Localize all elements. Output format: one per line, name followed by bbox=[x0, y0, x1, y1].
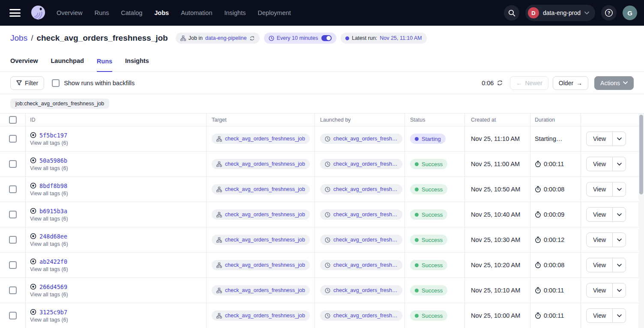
nav-item-runs[interactable]: Runs bbox=[94, 9, 109, 16]
row-checkbox[interactable] bbox=[9, 236, 17, 244]
filter-button[interactable]: Filter bbox=[10, 76, 44, 90]
tab-insights[interactable]: Insights bbox=[125, 57, 149, 72]
view-dropdown-button[interactable] bbox=[613, 208, 626, 221]
latest-run-link[interactable]: Nov 25, 11:10 AM bbox=[380, 35, 422, 41]
view-button[interactable]: View bbox=[587, 208, 613, 221]
launched-by-pill: check_avg_orders_freshn… bbox=[320, 134, 402, 144]
job-filter-tag[interactable]: job:check_avg_orders_freshness_job bbox=[10, 98, 109, 109]
view-dropdown-button[interactable] bbox=[613, 132, 626, 146]
view-all-tags-link[interactable]: View all tags (6) bbox=[30, 266, 68, 272]
target-job-link[interactable]: check_avg_orders_freshness_job bbox=[225, 161, 305, 167]
run-id-link[interactable]: 266d4569 bbox=[39, 283, 67, 290]
scrollbar-thumb[interactable] bbox=[639, 115, 643, 194]
nav-item-insights[interactable]: Insights bbox=[224, 9, 246, 16]
menu-icon[interactable] bbox=[9, 9, 21, 17]
view-dropdown-button[interactable] bbox=[613, 309, 626, 322]
target-job-link[interactable]: check_avg_orders_freshness_job bbox=[225, 237, 305, 243]
tab-runs[interactable]: Runs bbox=[97, 58, 112, 72]
search-icon bbox=[508, 9, 515, 17]
schedule-toggle[interactable] bbox=[321, 35, 332, 41]
row-checkbox[interactable] bbox=[9, 135, 17, 143]
run-id-link[interactable]: b6915b3a bbox=[39, 208, 67, 215]
row-checkbox[interactable] bbox=[9, 211, 17, 218]
launched-by-link[interactable]: check_avg_orders_freshn… bbox=[333, 136, 398, 142]
user-avatar[interactable]: G bbox=[623, 6, 637, 20]
row-checkbox[interactable] bbox=[9, 185, 17, 193]
view-all-tags-link[interactable]: View all tags (6) bbox=[30, 241, 68, 247]
nav-item-automation[interactable]: Automation bbox=[181, 9, 212, 16]
dagster-logo-icon[interactable] bbox=[30, 5, 46, 21]
view-button[interactable]: View bbox=[587, 157, 613, 171]
view-split-button: View bbox=[586, 233, 626, 247]
row-checkbox[interactable] bbox=[9, 261, 17, 269]
duration-value: 0:00:12 bbox=[544, 236, 564, 243]
launched-by-link[interactable]: check_avg_orders_freshn… bbox=[333, 287, 398, 293]
run-id-link[interactable]: 3125c9b7 bbox=[39, 309, 67, 316]
nav-item-jobs[interactable]: Jobs bbox=[154, 9, 169, 16]
search-button[interactable] bbox=[504, 5, 519, 21]
run-id-link[interactable]: ab2422f0 bbox=[39, 258, 67, 265]
run-id-link[interactable]: 5f5bc197 bbox=[39, 132, 67, 139]
workspace-switcher[interactable]: D data-eng-prod bbox=[525, 5, 595, 21]
view-dropdown-button[interactable] bbox=[613, 258, 626, 272]
view-all-tags-link[interactable]: View all tags (6) bbox=[30, 317, 68, 323]
run-id-link[interactable]: 8bdf8b98 bbox=[39, 182, 67, 189]
nav-item-overview[interactable]: Overview bbox=[57, 9, 82, 16]
target-job-link[interactable]: check_avg_orders_freshness_job bbox=[225, 136, 305, 142]
runs-toolbar: Filter Show runs within backfills 0:06 ←… bbox=[0, 72, 644, 94]
status-badge: Success bbox=[410, 184, 447, 194]
target-job-link[interactable]: check_avg_orders_freshness_job bbox=[225, 262, 305, 268]
view-all-tags-link[interactable]: View all tags (6) bbox=[30, 165, 68, 171]
select-all-checkbox[interactable] bbox=[9, 116, 17, 124]
target-job-link[interactable]: check_avg_orders_freshness_job bbox=[225, 287, 305, 293]
launched-by-link[interactable]: check_avg_orders_freshn… bbox=[333, 161, 398, 167]
tab-overview[interactable]: Overview bbox=[10, 57, 38, 72]
view-dropdown-button[interactable] bbox=[613, 157, 626, 171]
reload-definitions-icon[interactable] bbox=[249, 36, 255, 41]
view-all-tags-link[interactable]: View all tags (6) bbox=[30, 216, 68, 222]
help-button[interactable]: ? bbox=[601, 5, 617, 21]
backfills-checkbox[interactable] bbox=[52, 79, 60, 87]
run-id-link[interactable]: 248d68ee bbox=[39, 233, 67, 240]
table-body: 5f5bc197 View all tags (6) check_avg_ord… bbox=[0, 126, 644, 328]
row-checkbox[interactable] bbox=[9, 312, 17, 319]
launched-by-link[interactable]: check_avg_orders_freshn… bbox=[333, 212, 398, 218]
target-job-link[interactable]: check_avg_orders_freshness_job bbox=[225, 212, 305, 218]
newer-button[interactable]: ← Newer bbox=[510, 76, 548, 90]
refresh-icon[interactable] bbox=[497, 80, 503, 86]
run-id-link[interactable]: 50a5986b bbox=[39, 157, 67, 164]
nav-item-catalog[interactable]: Catalog bbox=[121, 9, 142, 16]
latest-run-label: Latest run: bbox=[352, 35, 377, 41]
view-button[interactable]: View bbox=[587, 309, 613, 322]
breadcrumb-jobs-link[interactable]: Jobs bbox=[10, 33, 27, 43]
view-all-tags-link[interactable]: View all tags (6) bbox=[30, 140, 68, 146]
launched-by-link[interactable]: check_avg_orders_freshn… bbox=[333, 313, 398, 319]
created-at-value: Nov 25, 10:00 AM bbox=[471, 312, 520, 319]
launched-by-link[interactable]: check_avg_orders_freshn… bbox=[333, 237, 398, 243]
launched-by-link[interactable]: check_avg_orders_freshn… bbox=[333, 186, 398, 192]
row-checkbox[interactable] bbox=[9, 160, 17, 168]
scrollbar-track[interactable] bbox=[638, 113, 644, 328]
schedule-clock-icon bbox=[325, 187, 330, 192]
view-dropdown-button[interactable] bbox=[613, 182, 626, 196]
nav-item-deployment[interactable]: Deployment bbox=[258, 9, 291, 16]
target-job-link[interactable]: check_avg_orders_freshness_job bbox=[225, 313, 305, 319]
older-button[interactable]: Older → bbox=[553, 76, 588, 90]
target-job-link[interactable]: check_avg_orders_freshness_job bbox=[225, 186, 305, 192]
view-dropdown-button[interactable] bbox=[613, 283, 626, 297]
actions-button[interactable]: Actions bbox=[594, 76, 634, 90]
view-button[interactable]: View bbox=[587, 132, 613, 146]
launched-by-link[interactable]: check_avg_orders_freshn… bbox=[333, 262, 398, 268]
pipeline-link[interactable]: data-eng-pipeline bbox=[205, 35, 247, 41]
schedule-label: Every 10 minutes bbox=[277, 35, 318, 41]
launched-by-pill: check_avg_orders_freshn… bbox=[320, 184, 402, 194]
view-button[interactable]: View bbox=[587, 258, 613, 272]
view-button[interactable]: View bbox=[587, 182, 613, 196]
view-dropdown-button[interactable] bbox=[613, 233, 626, 247]
row-checkbox[interactable] bbox=[9, 286, 17, 294]
view-all-tags-link[interactable]: View all tags (6) bbox=[30, 292, 68, 298]
view-all-tags-link[interactable]: View all tags (6) bbox=[30, 191, 68, 197]
tab-launchpad[interactable]: Launchpad bbox=[51, 57, 84, 72]
view-button[interactable]: View bbox=[587, 233, 613, 247]
view-button[interactable]: View bbox=[587, 283, 613, 297]
